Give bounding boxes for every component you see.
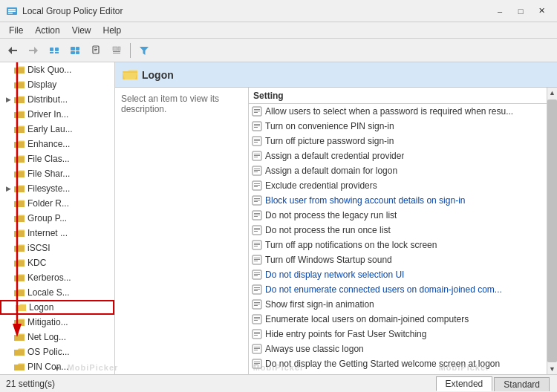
svg-rect-52 bbox=[254, 198, 260, 199]
tree-item-distribut[interactable]: ▶ Distribut... bbox=[0, 92, 114, 107]
settings-item[interactable]: Turn off app notifications on the lock s… bbox=[249, 238, 557, 252]
tree-item-logon[interactable]: Logon bbox=[0, 300, 114, 315]
settings-item[interactable]: Turn off Windows Startup sound bbox=[249, 252, 557, 267]
tree-item-earlylau[interactable]: Early Lau... bbox=[0, 122, 114, 137]
scroll-down-button[interactable]: ▼ bbox=[547, 364, 558, 374]
tree-item-diskquota[interactable]: Disk Quo... bbox=[0, 62, 114, 77]
toolbar bbox=[0, 39, 557, 62]
close-button[interactable]: ✕ bbox=[532, 4, 551, 19]
settings-item-text: Show first sign-in animation bbox=[265, 299, 374, 310]
settings-item[interactable]: Assign a default domain for logon bbox=[249, 163, 557, 178]
svg-rect-17 bbox=[94, 48, 97, 48]
svg-rect-5 bbox=[10, 50, 17, 51]
settings-item[interactable]: Do not process the legacy run list bbox=[249, 208, 557, 223]
folder-icon bbox=[14, 65, 25, 74]
svg-rect-11 bbox=[55, 52, 59, 53]
tree-item-fileclas[interactable]: File Clas... bbox=[0, 151, 114, 166]
tree-item-locales[interactable]: Locale S... bbox=[0, 285, 114, 300]
svg-rect-64 bbox=[254, 243, 260, 244]
back-button[interactable] bbox=[3, 41, 22, 60]
svg-rect-86 bbox=[254, 320, 258, 321]
scrollbar[interactable]: ▲ ▼ bbox=[547, 88, 557, 374]
svg-rect-96 bbox=[254, 362, 260, 362]
policy-icon bbox=[252, 314, 262, 324]
policy-icon bbox=[252, 270, 262, 280]
filter-button[interactable] bbox=[134, 41, 154, 60]
settings-item-text: Turn off Windows Startup sound bbox=[265, 255, 392, 265]
settings-item[interactable]: Exclude credential providers bbox=[249, 178, 557, 193]
expander-filesys[interactable]: ▶ bbox=[3, 183, 13, 194]
tab-standard[interactable]: Standard bbox=[494, 377, 550, 391]
settings-list[interactable]: Allow users to select when a password is… bbox=[249, 104, 557, 374]
menu-view[interactable]: View bbox=[66, 24, 97, 37]
tree-item-groupp[interactable]: Group P... bbox=[0, 211, 114, 226]
tree-item-internet[interactable]: Internet ... bbox=[0, 226, 114, 241]
tab-extended[interactable]: Extended bbox=[436, 376, 493, 391]
tree-item-kdc[interactable]: KDC bbox=[0, 255, 114, 270]
svg-rect-53 bbox=[254, 200, 260, 200]
settings-item[interactable]: Assign a default credential provider bbox=[249, 148, 557, 163]
svg-rect-82 bbox=[254, 305, 258, 306]
policy-icon bbox=[252, 225, 262, 235]
tree-item-kerberos[interactable]: Kerberos... bbox=[0, 270, 114, 285]
maximize-button[interactable]: □ bbox=[511, 4, 530, 19]
settings-item[interactable]: Turn on convenience PIN sign-in bbox=[249, 119, 557, 134]
up-button[interactable] bbox=[45, 41, 64, 60]
svg-rect-49 bbox=[254, 185, 260, 186]
tree-item-netlog[interactable]: Net Log... bbox=[0, 330, 114, 344]
svg-rect-90 bbox=[254, 335, 258, 336]
svg-rect-61 bbox=[254, 229, 260, 230]
settings-item[interactable]: Allow users to select when a password is… bbox=[249, 104, 557, 119]
list-button[interactable] bbox=[107, 41, 126, 60]
scroll-thumb[interactable] bbox=[547, 99, 557, 362]
settings-item[interactable]: Enumerate local users on domain-joined c… bbox=[249, 312, 557, 327]
settings-item-text: Do not display network selection UI bbox=[265, 270, 404, 280]
tree-item-iscsi[interactable]: iSCSI bbox=[0, 241, 114, 255]
tree-item-mitigatio[interactable]: Mitigatio... bbox=[0, 315, 114, 330]
svg-rect-98 bbox=[254, 365, 258, 365]
menu-action[interactable]: Action bbox=[29, 24, 65, 37]
properties-button[interactable] bbox=[86, 41, 105, 60]
logon-folder-icon bbox=[123, 69, 137, 81]
svg-rect-70 bbox=[254, 261, 258, 261]
policy-icon bbox=[252, 359, 262, 369]
tree-item-fileshar[interactable]: File Shar... bbox=[0, 166, 114, 181]
expander-icon[interactable]: ▶ bbox=[3, 94, 13, 105]
svg-rect-97 bbox=[254, 363, 260, 364]
settings-header: Setting bbox=[249, 88, 557, 104]
up-icon bbox=[49, 45, 59, 56]
settings-item[interactable]: Do not process the run once list bbox=[249, 223, 557, 238]
tree-item-ospolic[interactable]: OS Polic... bbox=[0, 344, 114, 359]
menu-help[interactable]: Help bbox=[97, 24, 128, 37]
settings-item-text: Enumerate local users on domain-joined c… bbox=[265, 314, 469, 324]
svg-rect-76 bbox=[254, 287, 260, 288]
policy-icon bbox=[252, 210, 262, 220]
svg-rect-45 bbox=[254, 170, 260, 171]
policy-icon bbox=[252, 299, 262, 310]
settings-item[interactable]: Do not display network selection UI bbox=[249, 267, 557, 282]
svg-rect-73 bbox=[254, 274, 260, 275]
settings-item[interactable]: Do not display the Getting Started welco… bbox=[249, 356, 557, 371]
tree-item-display[interactable]: Display bbox=[0, 77, 114, 92]
minimize-button[interactable]: – bbox=[490, 4, 509, 19]
settings-item[interactable]: Show first sign-in animation bbox=[249, 297, 557, 312]
svg-rect-48 bbox=[254, 183, 260, 184]
tree-item-driverin[interactable]: Driver In... bbox=[0, 107, 114, 122]
svg-rect-7 bbox=[29, 50, 36, 51]
settings-item[interactable]: Block user from showing account details … bbox=[249, 193, 557, 208]
view-button[interactable] bbox=[65, 41, 85, 60]
svg-rect-77 bbox=[254, 289, 260, 290]
tree-item-enhance[interactable]: Enhance... bbox=[0, 137, 114, 151]
svg-rect-94 bbox=[254, 350, 258, 350]
tree-item-filesyste[interactable]: ▶ Filesyste... bbox=[0, 181, 114, 196]
scroll-up-button[interactable]: ▲ bbox=[547, 88, 558, 98]
menu-file[interactable]: File bbox=[3, 24, 29, 37]
settings-item[interactable]: Hide entry points for Fast User Switchin… bbox=[249, 327, 557, 342]
tree-item-folderr[interactable]: Folder R... bbox=[0, 196, 114, 211]
forward-button[interactable] bbox=[24, 41, 43, 60]
settings-item[interactable]: Turn off picture password sign-in bbox=[249, 134, 557, 148]
settings-item[interactable]: Do not enumerate connected users on doma… bbox=[249, 282, 557, 297]
settings-item[interactable]: Always use classic logon bbox=[249, 342, 557, 356]
tree-scroll-bottom[interactable]: ▼ bbox=[0, 363, 114, 374]
svg-rect-92 bbox=[254, 347, 260, 347]
